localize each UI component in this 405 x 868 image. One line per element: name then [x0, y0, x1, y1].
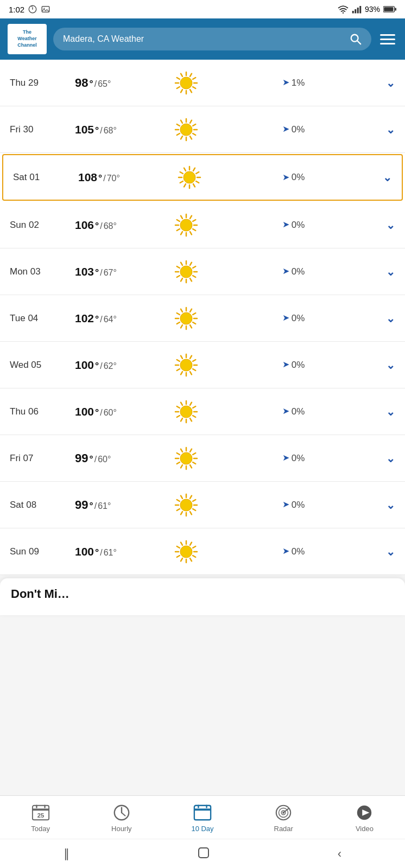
svg-line-128 — [181, 449, 182, 451]
svg-line-36 — [177, 124, 180, 126]
radar-icon — [274, 803, 293, 822]
svg-line-165 — [122, 813, 125, 816]
menu-button[interactable] — [378, 32, 397, 47]
alarm-icon — [28, 4, 37, 14]
temp-range: 99°/61° — [75, 498, 167, 512]
search-bar[interactable]: Madera, CA Weather — [53, 28, 371, 50]
weather-row-fri-30[interactable]: Fri 30 105°/68° ➤ 0% ⌄ — [0, 106, 405, 153]
precipitation: ➤ 0% — [205, 546, 382, 557]
weather-icon — [167, 444, 205, 473]
svg-line-153 — [177, 546, 180, 548]
expand-chevron[interactable]: ⌄ — [383, 171, 392, 184]
svg-line-98 — [181, 372, 182, 374]
expand-chevron[interactable]: ⌄ — [386, 265, 395, 278]
expand-chevron[interactable]: ⌄ — [386, 76, 395, 90]
nav-video[interactable]: Video — [324, 803, 405, 833]
svg-line-18 — [190, 90, 192, 92]
svg-line-114 — [177, 406, 180, 408]
nav-hourly[interactable]: Hourly — [81, 803, 162, 833]
search-icon — [350, 33, 362, 45]
raindrop-icon: ➤ — [282, 453, 289, 463]
precipitation: ➤ 0% — [205, 360, 382, 371]
weather-forecast-list: Thu 29 98°/65° ➤ 1% ⌄ Fri 30 105°/68° ➤ — [0, 60, 405, 575]
bottom-card-peek: Don't Mi… — [0, 578, 405, 615]
temp-range: 106°/68° — [75, 219, 167, 232]
nav-radar[interactable]: Radar — [243, 803, 324, 833]
weather-icon — [167, 351, 205, 379]
android-recent-button[interactable]: ‹ — [338, 847, 341, 861]
weather-row-wed-05[interactable]: Wed 05 100°/62° ➤ 0% ⌄ — [0, 342, 405, 388]
precip-value: 0% — [292, 360, 305, 371]
today-icon: 25 — [31, 803, 50, 822]
day-label: Sat 08 — [10, 500, 75, 510]
video-icon — [355, 803, 374, 822]
expand-chevron[interactable]: ⌄ — [386, 545, 395, 558]
svg-line-83 — [190, 325, 192, 328]
svg-line-134 — [193, 509, 195, 510]
svg-text:25: 25 — [37, 812, 44, 819]
weather-row-fri-07[interactable]: Fri 07 99°/60° ➤ 0% ⌄ — [0, 435, 405, 482]
raindrop-icon: ➤ — [282, 546, 289, 557]
svg-rect-12 — [384, 7, 393, 11]
weather-icon — [167, 69, 205, 97]
expand-chevron[interactable]: ⌄ — [386, 359, 395, 372]
svg-line-66 — [193, 220, 195, 221]
svg-line-17 — [193, 87, 195, 88]
weather-icon — [167, 304, 205, 333]
precipitation: ➤ 0% — [205, 124, 382, 135]
svg-line-157 — [193, 546, 195, 548]
svg-rect-9 — [359, 6, 361, 14]
svg-line-44 — [193, 184, 195, 187]
status-right: 93% — [338, 5, 396, 14]
bottom-navigation: 25 Today Hourly 10 Day — [0, 795, 405, 839]
weather-row-sat-01[interactable]: Sat 01 108°/70° ➤ 0% ⌄ — [2, 154, 403, 201]
weather-row-thu-29[interactable]: Thu 29 98°/65° ➤ 1% ⌄ — [0, 60, 405, 106]
svg-line-124 — [181, 465, 182, 468]
expand-chevron[interactable]: ⌄ — [386, 123, 395, 136]
svg-line-24 — [181, 73, 182, 76]
nav-10day[interactable]: 10 Day — [162, 803, 243, 833]
expand-chevron[interactable]: ⌄ — [386, 219, 395, 232]
weather-icon — [170, 163, 208, 192]
android-back-button[interactable]: ∥ — [64, 847, 69, 861]
svg-line-27 — [193, 78, 195, 79]
raindrop-icon: ➤ — [282, 220, 289, 230]
search-text: Madera, CA Weather — [63, 34, 344, 44]
weather-row-mon-03[interactable]: Mon 03 103°/67° ➤ 0% ⌄ — [0, 248, 405, 295]
svg-line-34 — [177, 133, 180, 135]
weather-row-thu-06[interactable]: Thu 06 100°/60° ➤ 0% ⌄ — [0, 388, 405, 435]
hourly-icon — [112, 803, 131, 822]
svg-line-72 — [181, 278, 182, 281]
precip-value: 0% — [292, 546, 305, 557]
day-label: Thu 06 — [10, 406, 75, 417]
nav-today[interactable]: 25 Today — [0, 803, 81, 833]
svg-line-148 — [190, 558, 192, 561]
svg-line-147 — [193, 556, 195, 557]
svg-line-92 — [193, 313, 195, 315]
weather-row-sun-09[interactable]: Sun 09 100°/61° ➤ 0% ⌄ — [0, 528, 405, 575]
svg-line-137 — [181, 512, 182, 514]
weather-row-sun-02[interactable]: Sun 02 106°/68° ➤ 0% ⌄ — [0, 202, 405, 248]
svg-line-91 — [190, 309, 192, 311]
expand-chevron[interactable]: ⌄ — [386, 312, 395, 325]
expand-chevron[interactable]: ⌄ — [386, 405, 395, 418]
svg-line-50 — [184, 168, 186, 171]
weather-row-sat-08[interactable]: Sat 08 99°/61° ➤ 0% ⌄ — [0, 482, 405, 528]
svg-line-78 — [190, 262, 192, 265]
weather-icon — [167, 398, 205, 426]
svg-point-93 — [180, 359, 192, 371]
precip-value: 1% — [292, 78, 305, 88]
svg-line-62 — [177, 220, 180, 221]
android-home-button[interactable] — [197, 846, 211, 862]
svg-line-121 — [193, 462, 195, 464]
svg-line-30 — [193, 133, 195, 135]
svg-line-143 — [190, 495, 192, 498]
day-label: Sun 02 — [10, 220, 75, 231]
weather-row-tue-04[interactable]: Tue 04 102°/64° ➤ 0% ⌄ — [0, 295, 405, 342]
expand-chevron[interactable]: ⌄ — [386, 452, 395, 465]
expand-chevron[interactable]: ⌄ — [386, 499, 395, 512]
day-label: Fri 07 — [10, 453, 75, 464]
temp-range: 100°/60° — [75, 405, 167, 418]
svg-line-95 — [193, 369, 195, 371]
logo-line3: Channel — [17, 42, 37, 49]
